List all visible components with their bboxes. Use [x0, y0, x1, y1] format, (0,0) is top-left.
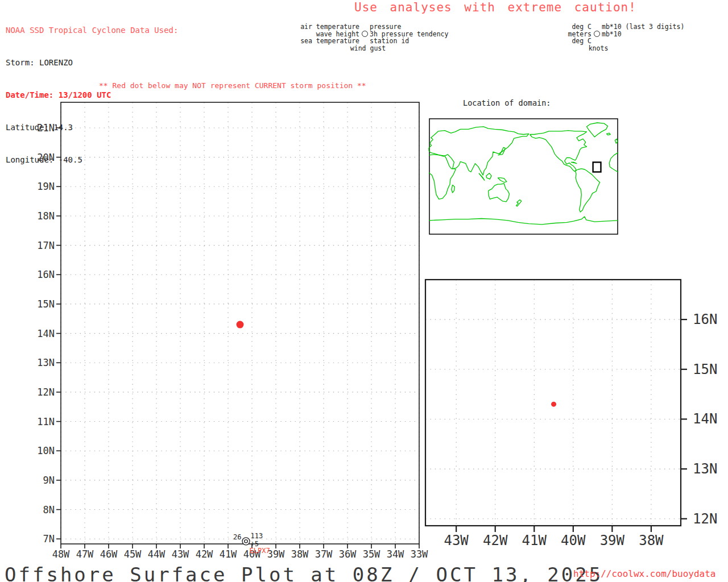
legend-air-temperature: air temperature — [295, 23, 359, 31]
coastline — [609, 152, 618, 172]
x-axis-label: 37W — [315, 548, 333, 560]
station-circle-icon — [594, 31, 600, 37]
x-axis-label: 41W — [522, 533, 547, 548]
coastline — [489, 184, 510, 202]
station-circle-icon — [242, 538, 250, 545]
x-axis-label: 41W — [220, 548, 237, 560]
unit-deg-c-air: deg C — [562, 23, 592, 31]
map-title: Location of domain: — [463, 98, 551, 107]
coastline — [486, 173, 491, 179]
buoy-plot-page: NOAA SSD Tropical Cyclone Data Used: Sto… — [0, 0, 728, 582]
coastline — [530, 131, 587, 172]
y-axis-label: 7N — [43, 533, 55, 544]
y-axis-label: 8N — [43, 504, 55, 516]
y-axis-label: 9N — [43, 475, 55, 486]
y-axis-label: 12N — [37, 386, 55, 398]
station-model-legend: air temperature pressure wave height 3h … — [295, 23, 448, 52]
red-dot-warning: ** Red dot below may NOT represent CURRE… — [99, 81, 366, 90]
coastline — [575, 169, 599, 212]
legend-wind-gust: wind gust — [295, 45, 441, 52]
coastline — [516, 200, 522, 206]
x-axis-label: 48W — [52, 548, 70, 560]
y-axis-label: 18N — [37, 210, 55, 222]
units-legend: deg C mb*10 (last 3 digits) meters mb*10… — [562, 23, 684, 52]
coastline — [571, 162, 577, 163]
y-axis-label: 15N — [693, 361, 717, 377]
x-axis-label: 47W — [76, 548, 94, 560]
y-axis-label: 21N — [37, 122, 55, 134]
footer-plot-title: Offshore Surface Plot at 08Z / OCT 13, 2… — [5, 563, 603, 582]
coastline — [429, 155, 456, 199]
y-axis-label: 14N — [693, 411, 717, 427]
legend-station-id: station id — [370, 38, 448, 45]
unit-pressure: mb*10 (last 3 digits) — [602, 23, 684, 31]
x-axis-label: 38W — [639, 533, 664, 548]
x-axis-label: 38W — [291, 548, 309, 560]
x-axis-label: 44W — [148, 548, 166, 560]
coastline — [429, 127, 529, 175]
y-axis-label: 16N — [37, 269, 55, 280]
coastline — [498, 147, 505, 155]
caution-title: Use analyses with extreme caution! — [354, 1, 636, 14]
storm-position-dot — [237, 321, 244, 329]
coastline — [479, 173, 485, 181]
coastline — [607, 133, 611, 135]
legend-pressure: pressure — [370, 23, 448, 31]
x-axis-label: 43W — [444, 533, 469, 548]
storm-name-line: Storm: LORENZO — [6, 57, 178, 68]
unit-mb10: mb*10 — [602, 31, 684, 38]
main-plot: 21N20N19N18N17N16N15N14N13N12N11N10N9N8N… — [23, 95, 429, 568]
x-axis-label: 36W — [339, 548, 357, 560]
x-axis-label: 39W — [600, 533, 625, 548]
legend-sea-temperature: sea temperature — [295, 38, 359, 45]
coastline — [452, 185, 455, 193]
y-axis-label: 17N — [37, 240, 55, 251]
y-axis-label: 10N — [37, 445, 55, 456]
x-axis-label: 42W — [483, 533, 508, 548]
x-axis-label: 43W — [172, 548, 189, 560]
station-circle-icon — [362, 31, 368, 37]
y-axis-label: 13N — [37, 357, 55, 368]
y-axis-label: 16N — [693, 311, 717, 327]
coastline — [498, 178, 507, 182]
zoom-plot: 16N15N14N13N12N43W42W41W40W39W38W — [418, 273, 728, 554]
y-axis-label: 14N — [37, 328, 55, 339]
x-axis-label: 46W — [100, 548, 118, 560]
station-id: ELPX7 — [250, 547, 270, 555]
x-axis-label: 42W — [196, 548, 213, 560]
y-axis-label: 19N — [37, 181, 55, 192]
world-map — [429, 118, 618, 235]
station-air-temp: 26 — [233, 533, 241, 541]
coastline — [429, 217, 618, 225]
station-pressure: 113 — [251, 532, 263, 540]
storm-position-dot — [551, 402, 556, 407]
footer-url-link[interactable]: http://coolwx.com/buoydata — [573, 568, 715, 579]
coastline — [587, 123, 608, 137]
noaa-source-line: NOAA SSD Tropical Cyclone Data Used: — [6, 25, 178, 36]
y-axis-label: 15N — [37, 298, 55, 310]
x-axis-label: 35W — [363, 548, 380, 560]
x-axis-label: 45W — [124, 548, 142, 560]
x-axis-label: 40W — [561, 533, 586, 548]
y-axis-label: 12N — [693, 511, 717, 527]
domain-box — [593, 162, 601, 172]
unit-knots: knots — [562, 45, 635, 52]
y-axis-label: 11N — [37, 416, 55, 427]
y-axis-label: 13N — [693, 461, 717, 477]
x-axis-label: 34W — [387, 548, 404, 560]
unit-blank — [602, 38, 684, 45]
unit-deg-c-sea: deg C — [562, 38, 592, 45]
y-axis-label: 20N — [37, 152, 55, 163]
